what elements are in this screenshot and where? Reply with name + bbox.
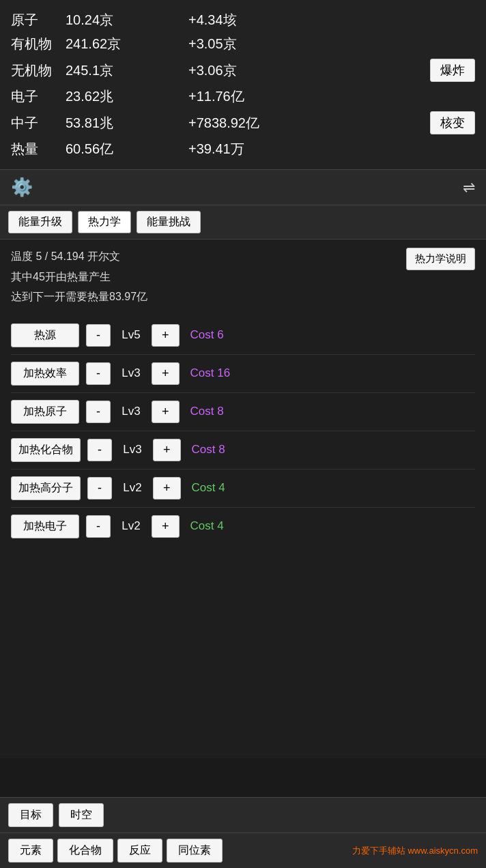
tab-button[interactable]: 热力学 [78, 211, 131, 233]
stat-name: 有机物 [11, 35, 66, 53]
stat-row: 原子10.24京+4.34垓 [11, 8, 475, 32]
upgrade-plus-button[interactable]: + [152, 401, 180, 423]
stat-name: 无机物 [11, 61, 66, 80]
stat-delta: +7838.92亿 [188, 114, 430, 132]
upgrade-row: 加热电子-Lv2+Cost 4 [11, 508, 475, 545]
stat-row: 热量60.56亿+39.41万 [11, 137, 475, 161]
upgrade-cost: Cost 16 [190, 366, 231, 380]
info-row: 温度 5 / 54.194 开尔文 其中45开由热量产生 达到下一开需要热量83… [11, 248, 475, 308]
upgrade-plus-button[interactable]: + [152, 324, 180, 347]
upgrade-row: 热源-Lv5+Cost 6 [11, 317, 475, 355]
upgrade-cost: Cost 6 [190, 328, 224, 342]
shuffle-icon[interactable]: ⇌ [463, 179, 475, 197]
upgrade-cost: Cost 8 [192, 443, 225, 457]
content-section: 温度 5 / 54.194 开尔文 其中45开由热量产生 达到下一开需要热量83… [0, 240, 486, 553]
stat-name: 电子 [11, 87, 66, 106]
upgrade-level: Lv2 [119, 481, 146, 495]
upgrade-level: Lv5 [117, 328, 145, 342]
bottom-nav-button[interactable]: 目标 [8, 803, 53, 827]
stat-row: 中子53.81兆+7838.92亿核变 [11, 108, 475, 137]
stat-value: 53.81兆 [66, 114, 188, 132]
stat-name: 中子 [11, 114, 66, 132]
stat-value: 10.24京 [66, 11, 188, 29]
upgrade-level: Lv3 [119, 443, 146, 457]
bottom-nav-row2: 元素化合物反应同位素 力爱下手辅站 www.aiskycn.com [0, 833, 486, 868]
stat-delta: +39.41万 [188, 140, 475, 158]
upgrade-level: Lv2 [117, 519, 145, 533]
upgrade-row: 加热高分子-Lv2+Cost 4 [11, 469, 475, 508]
upgrade-minus-button[interactable]: - [87, 477, 112, 500]
stats-section: 原子10.24京+4.34垓有机物241.62京+3.05京无机物245.1京+… [0, 0, 486, 170]
stat-action-button[interactable]: 核变 [430, 111, 475, 134]
upgrade-cost: Cost 4 [192, 481, 225, 495]
upgrade-level: Lv3 [117, 366, 145, 380]
tabs-row: 能量升级热力学能量挑战 [0, 205, 486, 240]
upgrade-cost: Cost 8 [190, 405, 224, 418]
upgrade-minus-button[interactable]: - [86, 362, 111, 385]
stat-action-button[interactable]: 爆炸 [430, 59, 475, 82]
stat-name: 热量 [11, 140, 66, 158]
bottom-nav-button[interactable]: 化合物 [57, 839, 113, 863]
upgrade-label-button[interactable]: 加热效率 [11, 362, 79, 386]
upgrade-minus-button[interactable]: - [86, 515, 111, 538]
heat-gen-text: 其中45开由热量产生 [11, 268, 406, 286]
tab-button[interactable]: 能量挑战 [137, 211, 201, 233]
stat-value: 241.62京 [66, 35, 188, 53]
stat-row: 有机物241.62京+3.05京 [11, 32, 475, 56]
stat-value: 60.56亿 [66, 140, 188, 158]
upgrade-row: 加热原子-Lv3+Cost 8 [11, 393, 475, 431]
upgrade-cost: Cost 4 [190, 519, 224, 533]
stat-value: 23.62兆 [66, 87, 188, 106]
stat-delta: +11.76亿 [188, 87, 475, 106]
upgrade-row: 加热效率-Lv3+Cost 16 [11, 355, 475, 393]
upgrade-minus-button[interactable]: - [86, 401, 111, 423]
stat-value: 245.1京 [66, 61, 188, 80]
spacer [0, 553, 486, 758]
upgrade-label-button[interactable]: 加热化合物 [11, 438, 81, 462]
gear-icon[interactable]: ⚙️ [11, 177, 33, 198]
upgrade-label-button[interactable]: 加热电子 [11, 515, 79, 538]
upgrade-row: 加热化合物-Lv3+Cost 8 [11, 431, 475, 469]
upgrade-level: Lv3 [117, 405, 145, 418]
tab-button[interactable]: 能量升级 [8, 211, 72, 233]
upgrade-label-button[interactable]: 加热高分子 [11, 476, 81, 500]
bottom-nav-button[interactable]: 时空 [59, 803, 104, 827]
upgrade-label-button[interactable]: 加热原子 [11, 400, 79, 424]
explain-button[interactable]: 热力学说明 [406, 248, 475, 270]
upgrade-label-button[interactable]: 热源 [11, 323, 79, 347]
bottom-nav-button[interactable]: 同位素 [167, 839, 223, 863]
stat-delta: +3.05京 [188, 35, 475, 53]
upgrade-plus-button[interactable]: + [153, 439, 181, 461]
stat-delta: +3.06京 [188, 61, 430, 80]
upgrade-minus-button[interactable]: - [86, 324, 111, 347]
info-col: 温度 5 / 54.194 开尔文 其中45开由热量产生 达到下一开需要热量83… [11, 248, 406, 308]
bottom-nav-button[interactable]: 反应 [117, 839, 162, 863]
watermark: 力爱下手辅站 www.aiskycn.com [352, 845, 478, 857]
upgrade-plus-button[interactable]: + [153, 477, 181, 500]
stat-row: 电子23.62兆+11.76亿 [11, 85, 475, 108]
upgrade-plus-button[interactable]: + [152, 362, 180, 385]
stat-delta: +4.34垓 [188, 11, 475, 29]
temp-text: 温度 5 / 54.194 开尔文 [11, 248, 406, 265]
upgrade-minus-button[interactable]: - [87, 439, 112, 461]
next-text: 达到下一开需要热量83.97亿 [11, 288, 406, 306]
icon-bar: ⚙️ ⇌ [0, 170, 486, 205]
bottom-nav-row1: 目标时空 [0, 798, 486, 833]
upgrade-plus-button[interactable]: + [152, 515, 180, 538]
stat-row: 无机物245.1京+3.06京爆炸 [11, 56, 475, 85]
bottom-nav: 目标时空 元素化合物反应同位素 力爱下手辅站 www.aiskycn.com [0, 797, 486, 868]
stat-name: 原子 [11, 11, 66, 29]
bottom-nav-button[interactable]: 元素 [8, 839, 53, 863]
